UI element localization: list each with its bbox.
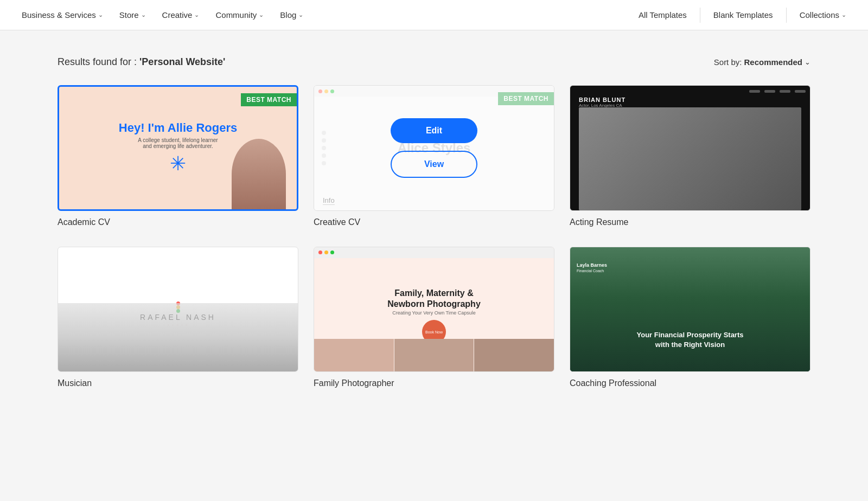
view-button[interactable]: View — [135, 151, 221, 178]
template-thumb-family-photographer: Family, Maternity &Newborn Photography C… — [314, 247, 554, 372]
edit-button[interactable]: Edit — [135, 279, 221, 304]
chevron-down-icon: ⌄ — [141, 11, 146, 18]
template-label-musician: Musician — [58, 378, 298, 388]
nav-item-creative[interactable]: Creative ⌄ — [156, 6, 206, 24]
results-text: Results found for : 'Personal Website' — [58, 56, 225, 68]
template-label-academic-cv: Academic CV — [58, 217, 298, 227]
sort-label: Sort by: — [714, 57, 742, 67]
nav-divider-1 — [700, 8, 700, 23]
nav-item-blog[interactable]: Blog ⌄ — [273, 6, 310, 24]
view-button[interactable]: View — [391, 312, 477, 339]
chevron-down-icon: ⌄ — [194, 11, 199, 18]
nav-label-community: Community — [215, 10, 257, 20]
navbar: Business & Services ⌄ Store ⌄ Creative ⌄… — [0, 0, 868, 30]
template-card-creative-cv[interactable]: BEST MATCH Alice Styles Info Edit View C… — [314, 85, 554, 227]
chevron-down-icon: ⌄ — [298, 11, 303, 18]
nav-label-creative: Creative — [162, 10, 193, 20]
nav-divider-2 — [786, 8, 787, 23]
template-card-family-photographer[interactable]: Family, Maternity &Newborn Photography C… — [314, 247, 554, 389]
edit-button[interactable]: Edit — [647, 279, 733, 304]
nav-label-all-templates: All Templates — [639, 10, 687, 20]
template-grid: BEST MATCH Hey! I'm Allie Rogers A colle… — [58, 85, 810, 388]
results-prefix: Results found for : — [58, 56, 139, 67]
main-content: Results found for : 'Personal Website' S… — [38, 30, 830, 421]
view-button[interactable]: View — [135, 312, 221, 339]
nav-item-all-templates[interactable]: All Templates — [632, 6, 693, 24]
template-thumb-creative-cv: BEST MATCH Alice Styles Info Edit View — [314, 85, 554, 211]
edit-button[interactable]: Edit — [135, 118, 221, 143]
nav-left: Business & Services ⌄ Store ⌄ Creative ⌄… — [15, 6, 632, 24]
edit-button[interactable]: Edit — [391, 118, 477, 143]
chevron-down-icon: ⌄ — [841, 11, 846, 18]
nav-item-blank-templates[interactable]: Blank Templates — [707, 6, 780, 24]
sort-by[interactable]: Sort by: Recommended ⌄ — [714, 57, 810, 67]
sort-value: Recommended — [744, 57, 802, 67]
thumb-overlay: Edit View — [314, 86, 554, 210]
view-button[interactable]: View — [647, 151, 733, 178]
template-card-academic-cv[interactable]: BEST MATCH Hey! I'm Allie Rogers A colle… — [58, 85, 298, 227]
template-thumb-coaching-professional: Layla BarnesFinancial Coach Your Financi… — [570, 247, 810, 372]
template-card-coaching-professional[interactable]: Layla BarnesFinancial Coach Your Financi… — [570, 247, 810, 389]
chevron-down-icon: ⌄ — [98, 11, 103, 18]
nav-item-collections[interactable]: Collections ⌄ — [793, 6, 853, 24]
edit-button[interactable]: Edit — [391, 279, 477, 304]
template-label-coaching-professional: Coaching Professional — [570, 378, 810, 388]
template-label-acting-resume: Acting Resume — [570, 217, 810, 227]
nav-label-store: Store — [119, 10, 139, 20]
chevron-down-icon: ⌄ — [259, 11, 264, 18]
template-label-family-photographer: Family Photographer — [314, 378, 554, 388]
template-card-acting-resume[interactable]: BRIAN BLUNT Actor, Los Angeles CA Edit V… — [570, 85, 810, 227]
nav-label-business: Business & Services — [22, 10, 96, 20]
nav-label-collections: Collections — [800, 10, 839, 20]
results-header: Results found for : 'Personal Website' S… — [58, 56, 810, 68]
template-thumb-academic-cv: BEST MATCH Hey! I'm Allie Rogers A colle… — [58, 85, 298, 211]
nav-item-store[interactable]: Store ⌄ — [113, 6, 152, 24]
nav-item-community[interactable]: Community ⌄ — [209, 6, 270, 24]
view-button[interactable]: View — [647, 312, 733, 339]
nav-label-blog: Blog — [280, 10, 296, 20]
nav-item-business[interactable]: Business & Services ⌄ — [15, 6, 110, 24]
chevron-down-icon: ⌄ — [805, 58, 810, 66]
edit-button[interactable]: Edit — [647, 118, 733, 143]
results-query: 'Personal Website' — [139, 56, 225, 67]
nav-label-blank-templates: Blank Templates — [713, 10, 773, 20]
template-label-creative-cv: Creative CV — [314, 217, 554, 227]
template-thumb-acting-resume: BRIAN BLUNT Actor, Los Angeles CA Edit V… — [570, 85, 810, 211]
template-thumb-musician: RAFAEL NASH · · · · · Edit View — [58, 247, 298, 372]
nav-right: All Templates Blank Templates Collection… — [632, 6, 853, 24]
view-button[interactable]: View — [391, 151, 477, 178]
template-card-musician[interactable]: RAFAEL NASH · · · · · Edit View Musician — [58, 247, 298, 389]
